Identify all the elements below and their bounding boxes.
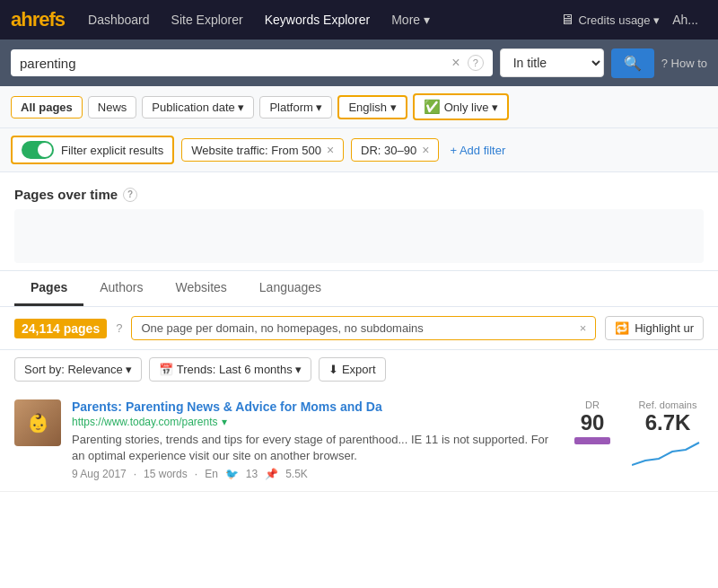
result-words: 15 words	[144, 468, 188, 480]
nav-keywords-explorer[interactable]: Keywords Explorer	[256, 7, 380, 32]
nav-account[interactable]: Ah...	[663, 7, 707, 32]
dr-metric: DR 90	[574, 399, 610, 444]
search-scope-select[interactable]: In title In URL Everywhere	[500, 48, 604, 77]
domain-filter: One page per domain, no homepages, no su…	[131, 316, 596, 340]
highlight-icon: 🔁	[615, 321, 629, 335]
nav-dashboard[interactable]: Dashboard	[79, 7, 159, 32]
search-input[interactable]	[20, 56, 444, 71]
domain-filter-label: One page per domain, no homepages, no su…	[141, 321, 423, 335]
results-help-icon[interactable]: ?	[116, 321, 122, 335]
search-help-icon[interactable]: ?	[468, 55, 484, 71]
website-traffic-filter-label: Website traffic: From 500	[191, 144, 321, 157]
thumbnail-image: 👶	[14, 399, 61, 446]
results-count-badge: 24,114 pages	[14, 319, 107, 338]
tab-websites[interactable]: Websites	[160, 271, 243, 306]
result-title[interactable]: Parents: Parenting News & Advice for Mom…	[72, 399, 564, 414]
ref-domains-value: 6.7K	[632, 412, 704, 434]
add-filter-button[interactable]: + Add filter	[450, 144, 505, 157]
chart-help-icon[interactable]: ?	[123, 188, 137, 202]
filter-all-pages[interactable]: All pages	[11, 96, 83, 118]
trends-button[interactable]: 📅 Trends: Last 6 months ▾	[149, 357, 311, 382]
result-lang: En	[205, 468, 218, 480]
logo[interactable]: ahrefs	[11, 8, 65, 31]
table-row: 👶 Parents: Parenting News & Advice for M…	[0, 389, 718, 492]
pinterest-count: 5.5K	[285, 468, 308, 480]
website-traffic-filter-remove[interactable]: ×	[327, 143, 334, 157]
highlight-button-label: Highlight ur	[635, 321, 694, 335]
credits-usage[interactable]: Credits usage ▾	[578, 13, 660, 27]
filter-english[interactable]: English ▾	[337, 95, 407, 119]
url-dropdown-icon: ▾	[222, 416, 227, 428]
explicit-filter-toggle[interactable]	[22, 141, 54, 159]
nav-more[interactable]: More ▾	[382, 7, 439, 32]
filter-bar-row2: Filter explicit results Website traffic:…	[0, 128, 718, 172]
result-thumbnail: 👶	[14, 399, 61, 446]
tab-authors[interactable]: Authors	[83, 271, 159, 306]
controls-row: Sort by: Relevance ▾ 📅 Trends: Last 6 mo…	[0, 350, 718, 389]
dr-bar	[574, 437, 610, 444]
ref-domains-metric: Ref. domains 6.7K	[632, 399, 704, 472]
device-icon[interactable]: 🖥	[560, 12, 574, 28]
dr-filter-remove[interactable]: ×	[422, 143, 429, 157]
result-content: Parents: Parenting News & Advice for Mom…	[72, 399, 564, 480]
result-meta: 9 Aug 2017 · 15 words · En 🐦 13 📌 5.5K	[72, 468, 564, 480]
search-input-wrapper: × ?	[11, 49, 493, 76]
filter-bar-row1: All pages News Publication date ▾ Platfo…	[0, 86, 718, 128]
website-traffic-filter: Website traffic: From 500 ×	[181, 138, 344, 162]
dr-value: 90	[574, 412, 610, 434]
filter-only-live-label: Only live ▾	[444, 101, 498, 114]
filter-publication-date[interactable]: Publication date ▾	[142, 96, 254, 118]
highlight-button[interactable]: 🔁 Highlight ur	[605, 316, 704, 340]
nav-site-explorer[interactable]: Site Explorer	[162, 7, 252, 32]
filter-platform[interactable]: Platform ▾	[259, 96, 332, 118]
result-metrics: DR 90 Ref. domains 6.7K	[574, 399, 704, 472]
check-icon: ✅	[424, 99, 441, 115]
filter-news[interactable]: News	[88, 96, 137, 118]
results-row: 24,114 pages ? One page per domain, no h…	[0, 307, 718, 350]
dr-filter: DR: 30–90 ×	[351, 138, 439, 162]
export-button[interactable]: ⬇ Export	[319, 357, 385, 382]
result-url[interactable]: https://www.today.com/parents ▾	[72, 416, 564, 428]
dr-filter-label: DR: 30–90	[361, 144, 416, 157]
sort-button[interactable]: Sort by: Relevance ▾	[14, 357, 142, 382]
ref-domains-chart	[632, 434, 704, 470]
filter-only-live[interactable]: ✅ Only live ▾	[413, 93, 509, 120]
chart-placeholder	[14, 209, 704, 263]
chart-title: Pages over time ?	[14, 187, 704, 202]
result-date: 9 Aug 2017	[72, 468, 127, 480]
domain-filter-remove[interactable]: ×	[580, 321, 587, 335]
tabs-row: Pages Authors Websites Languages	[0, 271, 718, 307]
search-bar: × ? In title In URL Everywhere 🔍 ? How t…	[0, 39, 718, 86]
dr-label: DR	[574, 399, 610, 410]
result-description: Parenting stories, trends and tips for e…	[72, 432, 564, 464]
tab-pages[interactable]: Pages	[14, 271, 83, 306]
pinterest-icon: 📌	[265, 468, 278, 480]
twitter-count: 13	[246, 468, 258, 480]
top-nav: ahrefs Dashboard Site Explorer Keywords …	[0, 0, 718, 39]
explicit-filter-toggle-wrapper: Filter explicit results	[11, 136, 174, 164]
chart-section: Pages over time ?	[0, 172, 718, 271]
twitter-icon: 🐦	[225, 468, 239, 480]
howto-link[interactable]: ? How to	[661, 57, 707, 70]
search-clear-icon[interactable]: ×	[451, 55, 460, 71]
tab-languages[interactable]: Languages	[243, 271, 337, 306]
explicit-filter-label: Filter explicit results	[61, 144, 163, 157]
search-go-button[interactable]: 🔍	[611, 48, 654, 78]
ref-domains-label: Ref. domains	[632, 399, 704, 410]
